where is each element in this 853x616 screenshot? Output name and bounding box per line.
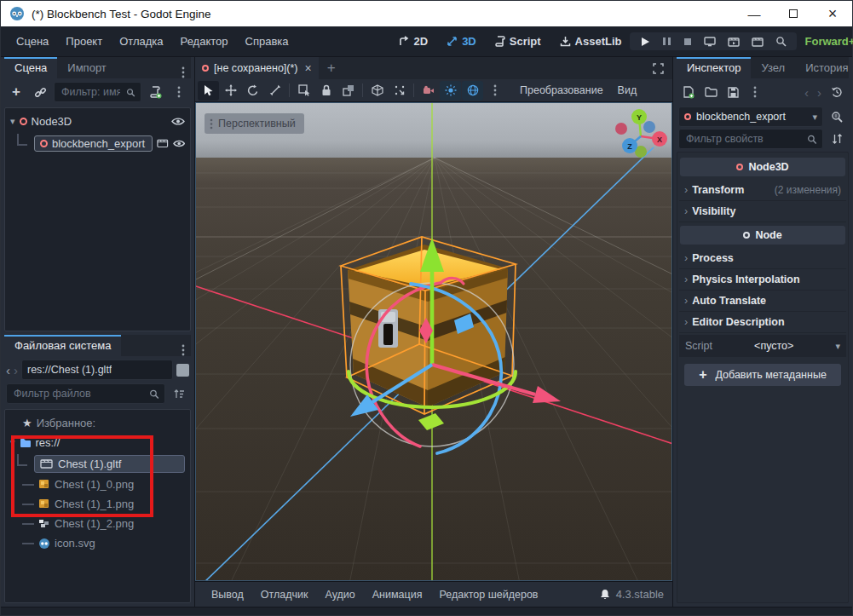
move-mode-button[interactable]	[220, 81, 241, 101]
property-filter-options-icon[interactable]	[827, 129, 847, 149]
lock-button[interactable]	[315, 81, 337, 101]
axis-ball-negz[interactable]	[643, 121, 655, 133]
panel-audio[interactable]: Аудио	[317, 589, 362, 601]
preview-environment-button[interactable]	[462, 81, 483, 101]
section-node3d[interactable]: Node3D	[680, 158, 845, 176]
collapse-icon[interactable]: ▾	[10, 116, 15, 127]
group-button[interactable]	[337, 81, 359, 101]
remote-debug-button[interactable]	[704, 37, 716, 47]
menu-debug[interactable]: Отладка	[111, 31, 171, 53]
tab-import[interactable]: Импорт	[57, 57, 116, 78]
file-sort-icon[interactable]	[169, 383, 189, 404]
workspace-2d[interactable]: 2D	[391, 31, 436, 53]
tab-inspector[interactable]: Инспектор	[677, 57, 751, 78]
tab-filesystem[interactable]: Файловая система	[4, 335, 121, 356]
quick-open-button[interactable]	[775, 36, 787, 47]
menu-help[interactable]: Справка	[237, 31, 297, 53]
select-mode-button[interactable]	[198, 81, 219, 101]
load-resource-button[interactable]	[700, 82, 721, 102]
property-filter-input[interactable]	[684, 132, 803, 146]
scene-dock-menu-icon[interactable]	[176, 66, 191, 78]
inspector-back-icon[interactable]: ‹	[801, 85, 812, 100]
collapse-icon[interactable]: ▾	[10, 437, 15, 448]
maximize-button[interactable]	[774, 1, 813, 26]
open-scene-icon[interactable]	[157, 138, 168, 148]
selected-node-box[interactable]: blockbench_export	[34, 135, 153, 152]
list-select-button[interactable]	[293, 81, 314, 101]
play-button[interactable]	[640, 37, 650, 47]
visibility-eye-icon[interactable]	[173, 139, 185, 148]
viewport-options-icon[interactable]	[484, 81, 505, 101]
scene-tree-options-icon[interactable]	[169, 82, 189, 102]
new-scene-tab-button[interactable]: +	[319, 60, 344, 77]
selected-file-box[interactable]: Chest (1).gltf	[34, 455, 185, 473]
section-node[interactable]: Node	[680, 226, 845, 245]
close-tab-icon[interactable]: ×	[305, 61, 312, 75]
filesystem-menu-icon[interactable]	[176, 344, 191, 356]
tab-node[interactable]: Узел	[751, 57, 795, 78]
category-visibility[interactable]: ›Visibility	[679, 201, 846, 222]
snap-button[interactable]	[389, 81, 410, 101]
history-back-icon[interactable]: ‹	[6, 363, 10, 377]
menu-scene[interactable]: Сцена	[8, 31, 57, 53]
script-value[interactable]: <пусто>	[716, 340, 833, 352]
scene-filter-input[interactable]	[60, 85, 122, 99]
projection-selector[interactable]: Перспективный	[205, 113, 304, 134]
workspace-script[interactable]: Script	[487, 31, 549, 53]
instance-scene-button[interactable]	[30, 82, 50, 102]
tree-row-blockbench-export[interactable]: blockbench_export	[7, 131, 188, 155]
version-label[interactable]: 4.3.stable	[616, 588, 664, 601]
category-auto-translate[interactable]: ›Auto Translate	[679, 291, 846, 312]
scene-tab-unsaved[interactable]: [не сохранено](*) ×	[195, 57, 319, 79]
category-transform[interactable]: ›Transform (2 изменения)	[679, 180, 846, 201]
notification-bell-icon[interactable]	[600, 589, 610, 600]
rotate-mode-button[interactable]	[242, 81, 263, 101]
menu-transform[interactable]: Преобразование	[513, 84, 610, 96]
attach-script-button[interactable]	[145, 82, 165, 102]
workspace-assetlib[interactable]: AssetLib	[552, 31, 630, 53]
file-row-png1[interactable]: Chest (1)_1.png	[7, 494, 188, 514]
file-row-png2[interactable]: Chest (1)_2.png	[7, 514, 188, 533]
add-node-button[interactable]: +	[6, 82, 26, 102]
play-movie-button[interactable]	[728, 37, 740, 47]
pause-button[interactable]	[662, 37, 671, 46]
file-row-iconsvg[interactable]: icon.svg	[7, 533, 188, 553]
toggle-split-mode-button[interactable]	[176, 364, 189, 377]
menu-project[interactable]: Проект	[57, 31, 111, 53]
movie-writer-button[interactable]	[752, 37, 764, 47]
panel-debugger[interactable]: Отладчик	[253, 589, 316, 601]
inspector-forward-icon[interactable]: ›	[814, 85, 825, 100]
tree-row-node3d[interactable]: ▾ Node3D	[7, 112, 188, 131]
3d-viewport[interactable]: Перспективный	[195, 102, 672, 581]
save-button[interactable]	[723, 82, 743, 102]
category-editor-description[interactable]: ›Editor Description	[679, 312, 846, 333]
panel-animation[interactable]: Анимация	[365, 589, 430, 601]
tab-history[interactable]: История	[795, 57, 853, 78]
scene-filter-field[interactable]	[54, 82, 141, 102]
favorites-row[interactable]: ★ Избранное:	[7, 413, 188, 433]
close-button[interactable]: ×	[813, 1, 852, 26]
file-filter-field[interactable]	[6, 383, 165, 404]
current-path-bar[interactable]: res://Chest (1).gltf	[21, 360, 173, 380]
distraction-free-icon[interactable]	[644, 63, 672, 74]
workspace-3d[interactable]: 3D	[439, 31, 484, 53]
menu-editor[interactable]: Редактор	[172, 31, 237, 53]
file-row-png0[interactable]: Chest (1)_0.png	[7, 475, 188, 494]
menu-view[interactable]: Вид	[611, 84, 644, 96]
panel-output[interactable]: Вывод	[204, 589, 251, 601]
node-selector[interactable]: blockbench_export ▾	[678, 107, 823, 127]
camera-override-button[interactable]	[418, 81, 439, 101]
root-folder-row[interactable]: ▾ res://	[7, 433, 188, 452]
open-docs-icon[interactable]	[827, 107, 847, 127]
add-metadata-button[interactable]: + Добавить метаданные	[684, 364, 841, 386]
stop-button[interactable]	[683, 37, 692, 46]
preview-sun-button[interactable]	[440, 81, 461, 101]
script-property-row[interactable]: Script <пусто> ▾	[679, 335, 846, 357]
file-row-gltf[interactable]: Chest (1).gltf	[7, 452, 188, 475]
panel-shader-editor[interactable]: Редактор шейдеров	[431, 589, 545, 601]
viewport-canvas[interactable]: Y X Z	[196, 103, 672, 581]
property-filter-field[interactable]	[678, 129, 823, 149]
category-process[interactable]: ›Process	[679, 248, 846, 269]
local-space-button[interactable]	[366, 81, 388, 101]
scale-mode-button[interactable]	[264, 81, 285, 101]
